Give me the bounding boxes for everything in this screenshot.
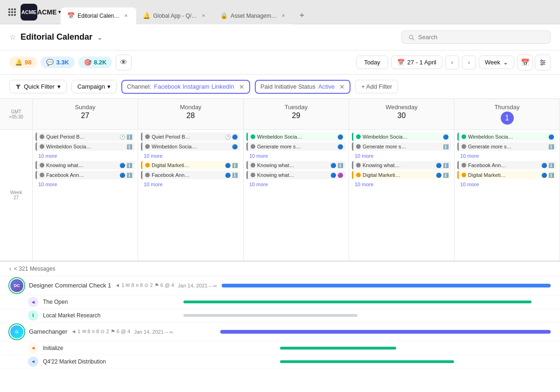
next-button[interactable]: › (462, 56, 476, 70)
paid-filter-close[interactable]: ✕ (339, 83, 345, 91)
event-monday-3[interactable]: Digital Marketi… 🔵 ℹ️ (141, 161, 240, 169)
new-tab-button[interactable]: + (295, 9, 308, 22)
gantt-bar-2 (220, 330, 551, 334)
more-link-monday-2[interactable]: 10 more (141, 181, 240, 188)
gantt-sub-bar-area-2-2 (164, 359, 551, 364)
calendar-container: GMT +05:30 Sunday 27 Monday 28 Tuesday 2… (0, 99, 560, 392)
cal-header-tuesday: Tuesday 29 (244, 99, 349, 129)
cal-header-monday: Monday 28 (138, 99, 244, 129)
gantt-sub-row-2-2[interactable]: ◄ Q4'22 Market Distribution (0, 355, 560, 369)
gantt-row-1[interactable]: DC Designer Commercial Check 1 ◄ 1 ✉ 8 ≡… (0, 276, 560, 295)
filter-settings-button[interactable] (535, 55, 551, 70)
event-sunday-4[interactable]: Facebook Ann… 🔵 ℹ️ (35, 171, 135, 179)
event-tuesday-3[interactable]: Knowing what… 🔵 ℹ️ (246, 161, 346, 169)
gantt-sub-bar-area-2-1 (164, 346, 551, 350)
calendar-view-button[interactable]: 📅 (517, 55, 533, 70)
gantt-row-2[interactable]: G Gamechanger ◄ 1 ✉ 8 ≡ 8 ⊙ 2 ⚑ 6 @ 4 Ja… (0, 322, 560, 342)
today-button[interactable]: Today (356, 56, 388, 69)
event-monday-2[interactable]: Wimbeldon Socia… 🔵 (141, 142, 240, 151)
event-wednesday-3[interactable]: Knowing what… 🔵 ℹ️ (352, 161, 451, 169)
event-wednesday-2[interactable]: Generate more s… ℹ️ (352, 142, 451, 151)
event-dot (145, 173, 150, 177)
tab-calendar-icon: 📅 (67, 12, 75, 19)
more-link-monday-1[interactable]: 10 more (141, 152, 240, 160)
tab-asset-close[interactable]: ✕ (280, 12, 287, 20)
view-label: Week (485, 59, 500, 66)
gantt-sub-bar-1-1 (183, 301, 531, 303)
more-link-thursday-2[interactable]: 10 more (457, 181, 557, 188)
view-chevron: ⌄ (503, 59, 508, 66)
event-tuesday-1[interactable]: Wimbeldon Socia… 🔵 (246, 133, 346, 141)
gantt-bar-area-1 (222, 283, 551, 288)
event-thursday-1[interactable]: Wimbeldon Socia… 🔵 (457, 133, 557, 141)
more-link-sunday-2[interactable]: 10 more (35, 181, 135, 188)
favorite-button[interactable]: ☆ (9, 33, 16, 42)
campaign-button[interactable]: Campaign ▾ (71, 80, 117, 93)
svg-rect-0 (8, 8, 10, 10)
page-title-chevron[interactable]: ⌄ (97, 34, 103, 41)
event-thursday-3[interactable]: Facebook Ann… 🔵 ℹ️ (457, 161, 557, 169)
page-title: Editorial Calendar (21, 32, 92, 42)
gantt-sub-row-1-1[interactable]: ◄ The Open (0, 295, 560, 309)
metric-notifications[interactable]: 🔔 98 (9, 56, 37, 68)
more-link-wednesday-2[interactable]: 10 more (352, 181, 451, 188)
event-dot (356, 163, 361, 168)
more-link-thursday-1[interactable]: 10 more (457, 152, 557, 160)
metric-targets[interactable]: 🎯 8.2K (78, 56, 112, 68)
svg-marker-17 (16, 84, 21, 89)
tab-editorial-close[interactable]: ✕ (122, 12, 130, 20)
view-selector[interactable]: Week ⌄ (479, 56, 514, 69)
event-sunday-2[interactable]: Wimbeldon Socia… ℹ️ (35, 142, 135, 151)
event-monday-1[interactable]: Quiet Period B… 🕐 🔵 (141, 133, 240, 141)
gantt-row-1-stats: ◄ 1 ✉ 8 ≡ 8 ⊙ 2 ⚑ 6 @ 4 (115, 282, 174, 288)
tab-editorial[interactable]: 📅 Editorial Calen… ✕ (61, 7, 136, 24)
search-icon (408, 34, 414, 41)
event-dot (462, 134, 466, 139)
watch-button[interactable]: 👁 (116, 55, 132, 70)
channel-filter-close[interactable]: ✕ (239, 83, 245, 91)
gantt-sub-row-1-2[interactable]: ℹ Local Market Research (0, 309, 560, 322)
tab-global-app[interactable]: 🔔 Global App - Q/… ✕ (136, 7, 214, 24)
gantt-sub-bar-area-1-2 (164, 313, 551, 318)
event-dot (145, 163, 150, 168)
app-name-dropdown[interactable]: ACME ▾ (37, 8, 61, 16)
event-monday-4[interactable]: Facebook Ann… 🔵 ℹ️ (141, 171, 240, 179)
app-grid-icon[interactable] (6, 6, 19, 19)
add-filter-button[interactable]: + Add Filter (355, 80, 398, 93)
gantt-collapse-button[interactable]: ‹ < 321 Messages (0, 262, 560, 276)
week-label: Week 27 (0, 130, 33, 260)
prev-icon: ‹ (451, 59, 453, 66)
event-sunday-1[interactable]: Quiet Period B… 🕐 ℹ️ (35, 133, 135, 141)
tab-global-close[interactable]: ✕ (200, 12, 207, 20)
event-thursday-4[interactable]: Digital Marketi… 🔵 ℹ️ (457, 171, 557, 179)
prev-button[interactable]: ‹ (445, 56, 459, 70)
svg-rect-7 (11, 14, 13, 16)
event-dot (251, 163, 255, 168)
svg-rect-6 (8, 14, 10, 16)
gantt-sub-row-2-1[interactable]: ◄ Initialize (0, 342, 560, 355)
more-link-tuesday-1[interactable]: 10 more (246, 152, 346, 160)
event-sunday-3[interactable]: Knowing what… 🔵 ℹ️ (35, 161, 135, 169)
gantt-bar-area-2 (220, 329, 551, 335)
paid-filter-chip[interactable]: Paid Initiative Status Active ✕ (255, 80, 350, 94)
more-link-tuesday-2[interactable]: 10 more (246, 181, 346, 188)
cal-day-sunday: Quiet Period B… 🕐 ℹ️ Wimbeldon Socia… ℹ️… (33, 130, 138, 260)
gantt-bar-1 (222, 284, 551, 287)
event-tuesday-4[interactable]: Knowing what… 🔵 🟣 (246, 171, 346, 179)
message-count: 3.3K (56, 59, 69, 66)
date-range-button[interactable]: 📅 27 - 1 April (391, 56, 442, 69)
metric-messages[interactable]: 💬 3.3K (41, 56, 74, 68)
more-link-wednesday-1[interactable]: 10 more (352, 152, 451, 160)
gantt-row-1-title: Designer Commercial Check 1 (29, 282, 111, 289)
more-link-sunday-1[interactable]: 10 more (35, 152, 135, 160)
tab-asset-manager[interactable]: 🔒 Asset Managem… ✕ (214, 7, 294, 24)
svg-rect-2 (14, 8, 16, 10)
event-wednesday-1[interactable]: Wimbeldon Socia… 🔵 (352, 133, 451, 141)
event-wednesday-4[interactable]: Digital Marketi… 🔵 ℹ️ (352, 171, 451, 179)
channel-filter-chip[interactable]: Channel: Facebook Instagram LinkedIn ✕ (121, 80, 250, 94)
event-tuesday-2[interactable]: Generate more s… 🔵 (246, 142, 346, 151)
search-input[interactable] (418, 34, 544, 41)
campaign-label: Campaign (77, 83, 105, 90)
event-thursday-2[interactable]: Generate more s… ℹ️ (457, 142, 557, 151)
quick-filter-button[interactable]: Quick Filter ▾ (9, 80, 67, 93)
